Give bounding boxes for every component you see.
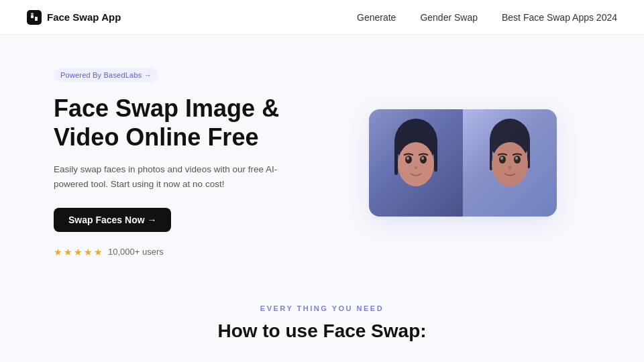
hero-description: Easily swap faces in photos and videos w… <box>54 162 309 191</box>
how-to-section: EVERY THING YOU NEED How to use Face Swa… <box>0 284 644 362</box>
nav-link-gender-swap[interactable]: Gender Swap <box>420 12 478 23</box>
svg-point-9 <box>421 156 424 160</box>
star-rating: ★ ★ ★ ★ ★ <box>54 247 103 257</box>
section-title: How to use Face Swap: <box>40 320 604 342</box>
svg-point-1 <box>31 13 34 15</box>
svg-rect-3 <box>394 141 398 175</box>
navbar: Face Swap App Generate Gender Swap Best … <box>0 0 644 35</box>
hero-left: Powered By BasedLabs → Face Swap Image &… <box>54 68 309 257</box>
svg-point-5 <box>398 142 434 186</box>
nav-link-generate[interactable]: Generate <box>357 12 396 23</box>
logo[interactable]: Face Swap App <box>27 10 121 25</box>
face-svg-right <box>480 116 540 210</box>
svg-point-13 <box>492 142 528 186</box>
section-eyebrow: EVERY THING YOU NEED <box>40 304 604 312</box>
logo-text: Face Swap App <box>47 11 121 23</box>
hero-section: Powered By BasedLabs → Face Swap Image &… <box>0 35 644 284</box>
cta-button[interactable]: Swap Faces Now → <box>54 208 171 232</box>
logo-icon <box>27 10 42 25</box>
svg-point-8 <box>407 156 409 160</box>
nav-links: Generate Gender Swap Best Face Swap Apps… <box>357 12 617 23</box>
nav-link-best-apps[interactable]: Best Face Swap Apps 2024 <box>502 12 617 23</box>
svg-point-17 <box>515 156 518 160</box>
hero-right <box>335 109 590 217</box>
star-2: ★ <box>64 247 72 257</box>
cta-label: Swap Faces Now → <box>68 215 156 225</box>
face-original <box>369 109 463 217</box>
face-svg-left <box>386 116 446 210</box>
hero-title: Face Swap Image & Video Online Free <box>54 94 309 152</box>
powered-badge[interactable]: Powered By BasedLabs → <box>54 68 158 82</box>
badge-text: Powered By BasedLabs → <box>60 71 152 79</box>
face-swapped <box>463 109 557 217</box>
users-count: 10,000+ users <box>108 247 164 257</box>
svg-point-16 <box>500 156 503 160</box>
star-3: ★ <box>74 247 83 257</box>
svg-rect-0 <box>27 10 42 25</box>
star-5: ★ <box>94 247 103 257</box>
social-proof: ★ ★ ★ ★ ★ 10,000+ users <box>54 247 309 257</box>
star-4: ★ <box>84 247 93 257</box>
hero-image <box>369 109 557 217</box>
svg-rect-4 <box>434 141 437 172</box>
star-1: ★ <box>54 247 62 257</box>
